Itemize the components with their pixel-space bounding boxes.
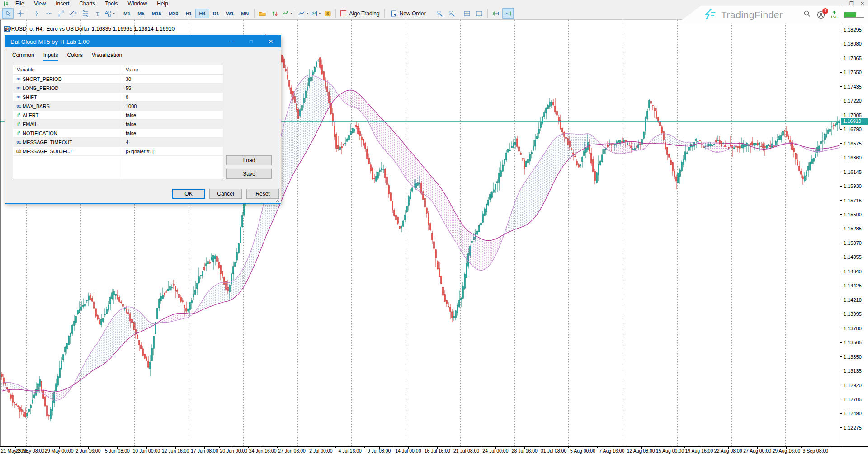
price-label: 1.12705 <box>844 397 862 402</box>
param-row-shift[interactable]: 01SHIFT0 <box>13 93 223 102</box>
chart-type-button[interactable]: ▾ <box>297 8 309 19</box>
dialog-minimize-button[interactable]: — <box>221 36 241 47</box>
window-minimize-button[interactable]: – <box>840 0 842 7</box>
time-tick <box>568 447 569 448</box>
horizontal-line-tool-button[interactable] <box>43 8 54 19</box>
parameters-table[interactable]: Variable Value 01SHORT_PERIOD3001LONG_PE… <box>13 65 223 179</box>
param-row-message_subject[interactable]: abMESSAGE_SUBJECT[Signaler #1] <box>13 147 223 156</box>
indicators-button[interactable]: ▾ <box>281 8 292 19</box>
param-row-alert[interactable]: ↱ALERTfalse <box>13 111 223 120</box>
price-label: 1.15070 <box>844 240 862 246</box>
profile-icon[interactable]: 1 <box>817 11 825 19</box>
fibonacci-tool-button[interactable] <box>80 8 91 19</box>
new-order-label: New Order <box>400 10 426 17</box>
window-close-button[interactable]: ✕ <box>861 0 864 7</box>
timeframe-m5[interactable]: M5 <box>134 9 148 18</box>
cursor-tool-button[interactable] <box>2 8 14 19</box>
time-tick <box>757 447 758 449</box>
tick-arrows-button[interactable] <box>269 8 280 19</box>
cancel-button[interactable]: Cancel <box>209 189 242 199</box>
shapes-tool-button[interactable]: ▾ <box>104 8 115 19</box>
dialog-tab-inputs[interactable]: Inputs <box>43 52 58 61</box>
dialog-title: Dat Cloud MT5 by TFLab 1.00 <box>10 38 90 45</box>
chart-shift-button[interactable] <box>502 8 514 19</box>
param-value[interactable]: 30 <box>122 76 131 82</box>
timeframe-w1[interactable]: W1 <box>223 9 238 18</box>
timeframe-h1[interactable]: H1 <box>182 9 195 18</box>
dialog-tab-visualization[interactable]: Visualization <box>92 52 122 61</box>
indicator-dialog[interactable]: Dat Cloud MT5 by TFLab 1.00 — □ ✕ Common… <box>5 35 281 204</box>
timeframe-m15[interactable]: M15 <box>148 9 165 18</box>
param-row-short_period[interactable]: 01SHORT_PERIOD30 <box>13 75 223 84</box>
menu-help[interactable]: Help <box>152 0 173 7</box>
timeframe-m30[interactable]: M30 <box>165 9 182 18</box>
param-row-email[interactable]: ↱EMAILfalse <box>13 120 223 129</box>
dialog-title-bar[interactable]: Dat Cloud MT5 by TFLab 1.00 — □ ✕ <box>5 36 281 47</box>
chart-template-button[interactable]: ▾ <box>310 8 321 19</box>
param-row-message_timeout[interactable]: 01MESSAGE_TIMEOUT4 <box>13 138 223 147</box>
level-indicator[interactable]: LVL <box>831 10 838 19</box>
price-label: 1.15500 <box>844 212 862 217</box>
trendline-tool-button[interactable] <box>55 8 66 19</box>
param-row-notification[interactable]: ↱NOTIFICATIONfalse <box>13 129 223 138</box>
param-row-max_bars[interactable]: 01MAX_BARS1000 <box>13 102 223 111</box>
timeframe-mn[interactable]: MN <box>237 9 252 18</box>
param-value[interactable]: [Signaler #1] <box>122 149 154 154</box>
tile-windows-button[interactable] <box>462 8 473 19</box>
price-tick <box>840 286 842 286</box>
param-value[interactable]: false <box>122 131 136 136</box>
new-order-button[interactable]: New Order <box>387 10 429 17</box>
window-controls: – ❐ ✕ <box>840 0 864 7</box>
menu-charts[interactable]: Charts <box>74 0 100 7</box>
table-header: Variable Value <box>13 65 223 75</box>
profiles-folder-button[interactable] <box>257 8 268 19</box>
scroll-to-end-button[interactable] <box>490 8 501 19</box>
timeframe-m1[interactable]: M1 <box>120 9 134 18</box>
crosshair-tool-button[interactable] <box>14 8 26 19</box>
price-label: 1.17650 <box>844 70 862 75</box>
text-tool-button[interactable]: T <box>92 8 103 19</box>
time-tick <box>30 447 30 449</box>
ok-button[interactable]: OK <box>172 189 205 199</box>
string-type-icon: ab <box>15 149 23 154</box>
vertical-line-tool-button[interactable] <box>31 8 42 19</box>
dialog-tab-colors[interactable]: Colors <box>67 52 83 61</box>
param-name: EMAIL <box>23 122 122 127</box>
time-label: 5 Jun 08:00 <box>102 448 132 454</box>
param-value[interactable]: 55 <box>122 85 131 91</box>
param-value[interactable]: 0 <box>122 94 128 100</box>
menu-view[interactable]: View <box>29 0 51 7</box>
search-icon[interactable] <box>803 10 811 19</box>
reset-button[interactable]: Reset <box>246 189 279 199</box>
dialog-tab-common[interactable]: Common <box>12 52 34 61</box>
save-button[interactable]: Save <box>226 169 272 179</box>
menu-file[interactable]: File <box>10 0 29 7</box>
algo-trading-toggle[interactable]: Algo Trading <box>338 10 382 17</box>
zoom-out-button[interactable] <box>446 8 458 19</box>
price-axis[interactable]: 1.16910 1.182951.180801.178651.176501.17… <box>840 20 868 446</box>
menu-insert[interactable]: Insert <box>51 0 74 7</box>
dialog-close-button[interactable]: ✕ <box>261 36 281 47</box>
param-value[interactable]: 1000 <box>122 103 137 109</box>
time-tick <box>437 447 438 449</box>
param-value[interactable]: false <box>122 112 136 118</box>
price-label: 1.13350 <box>844 354 862 360</box>
timeframe-d1[interactable]: D1 <box>209 9 223 18</box>
timeframe-h4[interactable]: H4 <box>195 9 209 18</box>
param-value[interactable]: 4 <box>122 140 128 145</box>
time-label: 5 Aug 00:00 <box>567 448 598 454</box>
param-value[interactable]: false <box>122 122 136 127</box>
window-restore-button[interactable]: ❐ <box>849 0 854 7</box>
channel-tool-button[interactable] <box>67 8 79 19</box>
param-row-long_period[interactable]: 01LONG_PERIOD55 <box>13 84 223 93</box>
zoom-in-button[interactable] <box>434 8 445 19</box>
time-tick <box>103 447 103 448</box>
load-button[interactable]: Load <box>226 155 272 165</box>
deposit-button[interactable]: $ <box>322 8 333 19</box>
menu-tools[interactable]: Tools <box>100 0 123 7</box>
dialog-maximize-button[interactable]: □ <box>241 36 261 47</box>
menu-window[interactable]: Window <box>123 0 152 7</box>
time-axis[interactable]: 21 May 202526 May 08:0029 May 00:002 Jun… <box>0 446 868 454</box>
data-window-button[interactable] <box>474 8 485 19</box>
resize-grip[interactable] <box>276 198 279 202</box>
